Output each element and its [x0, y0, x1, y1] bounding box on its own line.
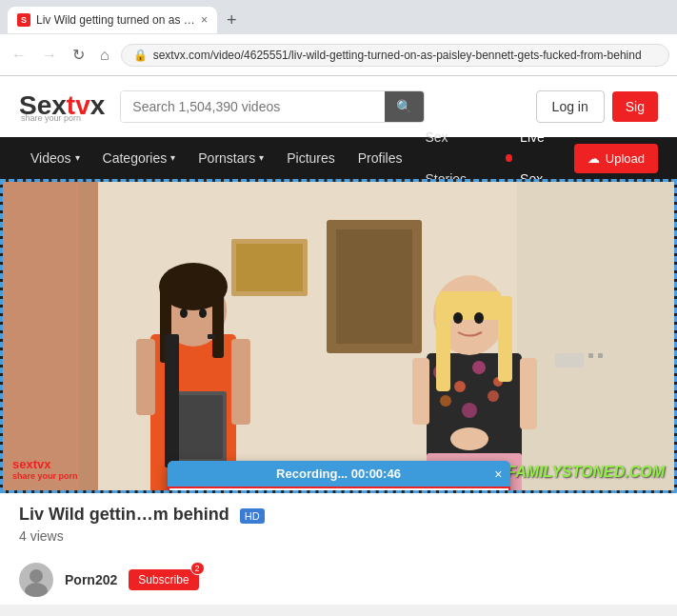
svg-rect-16	[212, 287, 224, 358]
site-logo[interactable]: Sextvx share your porn	[19, 90, 105, 123]
channel-info: Porn202	[65, 571, 117, 588]
views-count: 4 views	[19, 528, 64, 544]
new-tab-button[interactable]: +	[221, 10, 243, 30]
svg-point-34	[450, 427, 488, 450]
tab-favicon: S	[17, 13, 30, 27]
svg-rect-20	[173, 395, 223, 459]
svg-rect-21	[165, 334, 179, 467]
signup-button[interactable]: Sig	[612, 91, 658, 122]
svg-point-26	[472, 361, 486, 374]
svg-rect-43	[555, 353, 584, 368]
live-dot-icon	[506, 154, 512, 162]
svg-rect-5	[336, 229, 412, 344]
recording-title: Recording... 00:00:46	[276, 467, 401, 481]
nav-item-pornstars[interactable]: Pornstars ▾	[187, 137, 275, 179]
svg-rect-32	[412, 358, 429, 425]
svg-point-47	[30, 569, 43, 583]
nav-item-videos[interactable]: Videos ▾	[19, 137, 91, 179]
svg-point-40	[474, 312, 484, 324]
video-meta: 4 views	[19, 528, 658, 544]
videos-arrow-icon: ▾	[75, 137, 80, 179]
hd-badge: HD	[240, 508, 265, 524]
svg-rect-42	[3, 182, 79, 490]
logo-x: x	[90, 90, 106, 120]
channel-avatar	[19, 563, 53, 597]
svg-rect-3	[517, 182, 674, 490]
video-section: sextvx share your porn FAMILYSTONED.COM …	[0, 179, 677, 605]
nav-item-profiles[interactable]: Profiles	[347, 137, 414, 179]
browser-chrome: S Liv Wild getting turned on as Pa… × + …	[0, 0, 677, 76]
home-button[interactable]: ⌂	[96, 45, 113, 66]
svg-rect-44	[588, 353, 593, 358]
svg-point-17	[180, 308, 188, 318]
title-prefix: Liv Wild gettin	[19, 505, 136, 524]
tab-bar: S Liv Wild getting turned on as Pa… × +	[0, 0, 677, 34]
svg-rect-12	[231, 339, 250, 425]
nav-item-categories[interactable]: Categories ▾	[91, 137, 188, 179]
upload-button[interactable]: ☁ Upload	[574, 144, 658, 173]
watermark-bottom-right: FAMILYSTONED.COM	[507, 464, 665, 481]
svg-rect-38	[498, 296, 512, 382]
recording-close-button[interactable]: ×	[494, 467, 502, 482]
url-text: sextvx.com/video/4625551/liv-wild-gettin…	[153, 49, 657, 62]
back-button[interactable]: ←	[8, 45, 30, 66]
url-bar[interactable]: 🔒 sextvx.com/video/4625551/liv-wild-gett…	[121, 44, 669, 67]
search-button[interactable]: 🔍	[385, 91, 424, 122]
nav-bar: Videos ▾ Categories ▾ Pornstars ▾ Pictur…	[0, 137, 677, 179]
categories-arrow-icon: ▾	[170, 137, 175, 179]
site-header: Sextvx share your porn 🔍 Log in Sig	[0, 76, 677, 137]
video-frame	[3, 182, 674, 490]
active-tab[interactable]: S Liv Wild getting turned on as Pa… ×	[8, 7, 217, 33]
upload-icon: ☁	[587, 151, 600, 166]
nav-item-live-sex[interactable]: Live Sex	[494, 137, 573, 179]
refresh-button[interactable]: ↻	[69, 44, 89, 66]
subscriber-count: 2	[190, 562, 205, 575]
upload-label: Upload	[606, 151, 645, 166]
title-suffix: m behind	[153, 505, 229, 524]
svg-rect-22	[208, 334, 215, 339]
pornstars-arrow-icon: ▾	[259, 137, 264, 179]
video-info: Liv Wild gettin…m behind HD 4 views	[0, 493, 677, 555]
recording-header: Recording... 00:00:46 ×	[168, 461, 510, 487]
subscribe-button[interactable]: Subscribe 2	[129, 569, 198, 590]
svg-rect-37	[436, 296, 450, 391]
search-input[interactable]	[121, 91, 385, 122]
channel-row: Porn202 Subscribe 2	[0, 555, 677, 605]
video-container[interactable]: sextvx share your porn FAMILYSTONED.COM …	[0, 179, 677, 493]
tab-close-icon[interactable]: ×	[201, 13, 208, 27]
forward-button[interactable]: →	[38, 45, 61, 66]
address-bar: ← → ↻ ⌂ 🔒 sextvx.com/video/4625551/liv-w…	[0, 34, 677, 76]
svg-point-18	[199, 308, 207, 318]
nav-item-sex-stories[interactable]: Sex Stories	[413, 137, 494, 179]
svg-rect-33	[520, 358, 537, 429]
lock-icon: 🔒	[133, 49, 148, 62]
recording-overlay: Recording... 00:00:46 × ⏸ ⬜ ⚑ ◎ ✏ ⏱	[168, 461, 510, 493]
video-title: Liv Wild gettin…m behind HD	[19, 505, 658, 525]
svg-point-39	[453, 312, 463, 324]
search-bar: 🔍	[120, 90, 425, 123]
svg-point-28	[440, 395, 451, 407]
tab-title: Liv Wild getting turned on as Pa…	[36, 13, 195, 27]
svg-rect-45	[598, 353, 603, 358]
channel-name: Porn202	[65, 572, 117, 587]
svg-rect-7	[236, 244, 303, 291]
recording-controls: ⏸ ⬜ ⚑ ◎ ✏ ⏱ 00:00:00	[168, 487, 510, 493]
svg-point-25	[454, 381, 466, 392]
svg-point-30	[488, 390, 499, 402]
svg-point-29	[462, 403, 477, 418]
nav-item-pictures[interactable]: Pictures	[275, 137, 347, 179]
watermark-top-left: sextvx share your porn	[12, 456, 78, 481]
svg-rect-11	[136, 339, 155, 415]
